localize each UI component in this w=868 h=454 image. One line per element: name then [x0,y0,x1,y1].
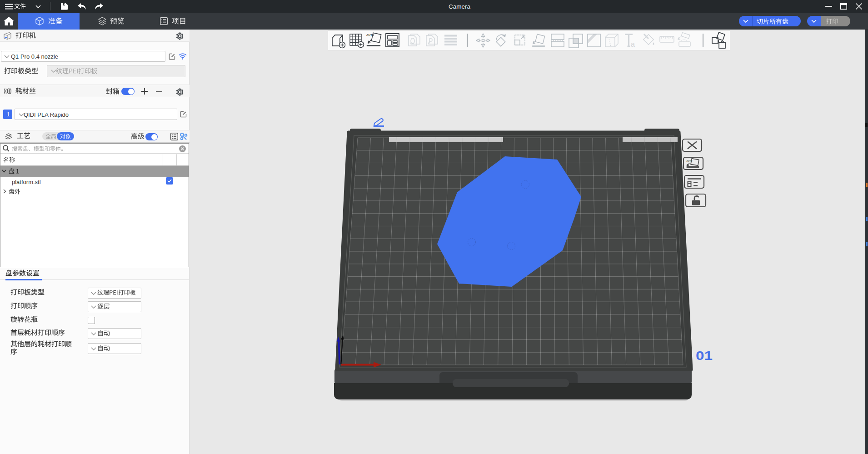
svg-text:01: 01 [696,349,713,363]
svg-text:AUTO: AUTO [687,160,693,162]
